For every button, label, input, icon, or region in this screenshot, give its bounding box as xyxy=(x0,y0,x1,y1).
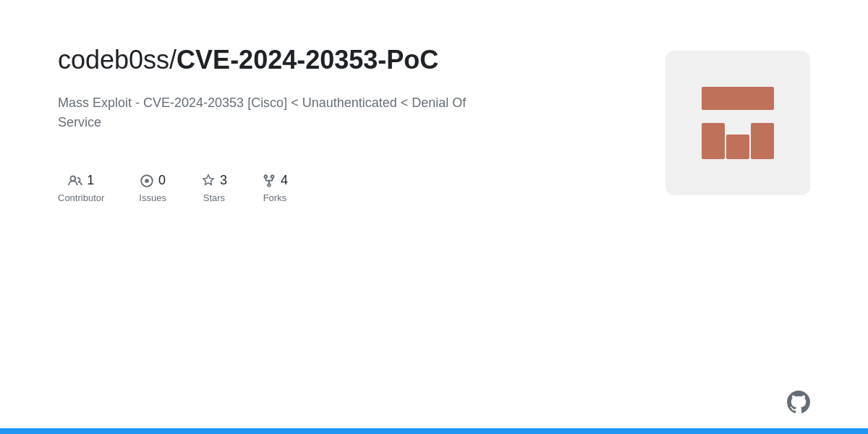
repo-description: Mass Exploit - CVE-2024-20353 [Cisco] < … xyxy=(58,93,477,132)
stars-icon xyxy=(201,174,216,188)
right-section xyxy=(665,43,810,195)
stats-row: 1 Contributor 0 Issues xyxy=(58,173,564,203)
bottom-accent-bar xyxy=(0,428,868,434)
issues-icon xyxy=(140,174,154,188)
forks-icon xyxy=(262,174,276,188)
repo-title: codeb0ss/CVE-2024-20353-PoC xyxy=(58,43,564,76)
issues-label: Issues xyxy=(139,192,166,203)
stat-contributors[interactable]: 1 Contributor xyxy=(58,173,104,203)
svg-rect-2 xyxy=(702,87,774,110)
github-icon xyxy=(787,391,810,414)
forks-label: Forks xyxy=(263,192,287,203)
svg-rect-4 xyxy=(751,123,774,159)
avatar-logo xyxy=(687,72,788,174)
contributors-label: Contributor xyxy=(58,192,104,203)
left-section: codeb0ss/CVE-2024-20353-PoC Mass Exploit… xyxy=(58,43,564,203)
issues-count: 0 xyxy=(158,173,166,188)
svg-rect-5 xyxy=(726,135,749,159)
contributors-count: 1 xyxy=(87,173,94,188)
stars-label: Stars xyxy=(203,192,225,203)
stat-stars[interactable]: 3 Stars xyxy=(201,173,227,203)
svg-point-1 xyxy=(145,179,149,183)
stat-forks[interactable]: 4 Forks xyxy=(262,173,288,203)
svg-rect-3 xyxy=(702,123,725,159)
footer-area xyxy=(0,391,868,428)
stars-count: 3 xyxy=(220,173,227,188)
forks-count: 4 xyxy=(281,173,288,188)
contributors-icon xyxy=(68,174,82,188)
repo-avatar xyxy=(665,51,810,195)
stat-issues[interactable]: 0 Issues xyxy=(139,173,166,203)
repo-owner[interactable]: codeb0ss/ xyxy=(58,45,176,75)
repo-name[interactable]: CVE-2024-20353-PoC xyxy=(176,45,438,75)
